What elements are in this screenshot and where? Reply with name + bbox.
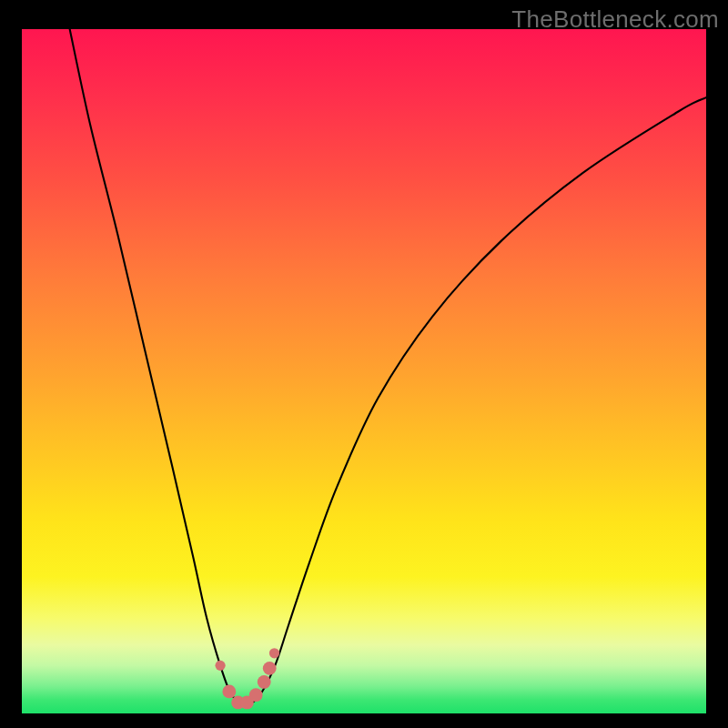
bottleneck-curve-path <box>70 29 706 704</box>
curve-marker <box>263 662 277 675</box>
curve-marker <box>258 675 271 689</box>
curve-marker <box>269 648 279 658</box>
curve-marker <box>222 685 236 699</box>
chart-frame: TheBottleneck.com <box>0 0 728 728</box>
plot-outer <box>22 29 706 713</box>
curve-marker <box>215 661 225 671</box>
bottleneck-curve-svg <box>22 29 706 713</box>
watermark-text: TheBottleneck.com <box>511 5 719 34</box>
curve-marker <box>249 688 263 702</box>
